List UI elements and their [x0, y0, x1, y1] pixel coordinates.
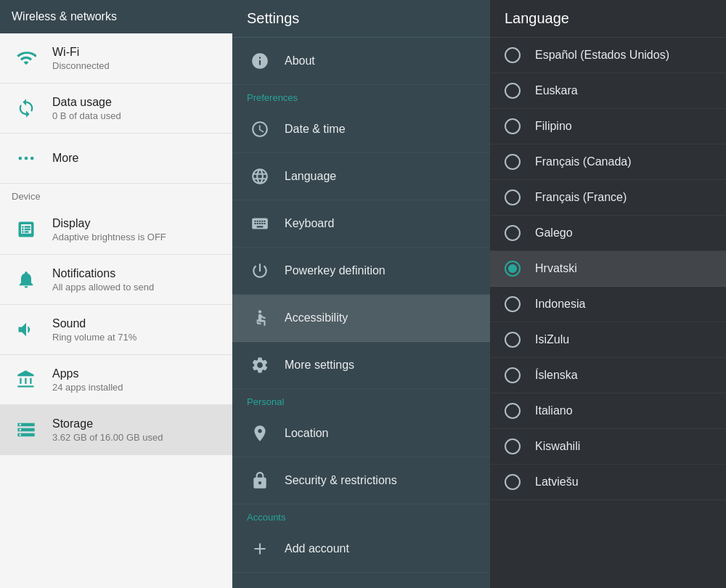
- settings-item-keyboard[interactable]: Keyboard: [232, 200, 490, 248]
- data-usage-icon: [12, 94, 41, 123]
- svg-point-2: [30, 157, 34, 160]
- svg-point-3: [258, 310, 261, 313]
- keyboard-icon: [247, 211, 273, 237]
- wifi-text: Wi-Fi Disconnected: [52, 46, 110, 71]
- info-icon: [247, 48, 273, 74]
- sidebar-item-storage[interactable]: Storage 3.62 GB of 16.00 GB used: [0, 405, 232, 455]
- svg-point-1: [25, 157, 28, 160]
- sidebar-item-more[interactable]: More: [0, 134, 232, 184]
- language-item[interactable]: Indonesia: [490, 287, 726, 322]
- location-label: Location: [285, 427, 329, 440]
- language-name: Español (Estados Unidos): [535, 49, 669, 62]
- security-label: Security & restrictions: [285, 474, 397, 487]
- preferences-section-label: Preferences: [232, 85, 490, 106]
- language-name: IsiZulu: [535, 333, 569, 346]
- radio-circle: [505, 154, 521, 170]
- data-usage-text: Data usage 0 B of data used: [52, 96, 121, 121]
- language-item[interactable]: Français (France): [490, 180, 726, 216]
- language-item[interactable]: Euskara: [490, 73, 726, 109]
- storage-title: Storage: [52, 417, 163, 430]
- globe-icon: [247, 163, 273, 189]
- language-item[interactable]: Íslenska: [490, 358, 726, 393]
- about-label: About: [285, 54, 315, 68]
- sidebar-item-notifications[interactable]: Notifications All apps allowed to send: [0, 255, 232, 305]
- language-name: Íslenska: [535, 369, 578, 382]
- powerkey-label: Powerkey definition: [285, 264, 386, 277]
- language-item[interactable]: Français (Canada): [490, 144, 726, 180]
- radio-circle: [505, 367, 521, 383]
- notifications-title: Notifications: [52, 267, 154, 280]
- middle-header: Settings: [232, 0, 490, 38]
- language-name: Kiswahili: [535, 440, 580, 453]
- radio-circle: [505, 296, 521, 312]
- clock-icon: [247, 116, 273, 142]
- apps-text: Apps 24 apps installed: [52, 367, 123, 393]
- sidebar-item-display[interactable]: Display Adaptive brightness is OFF: [0, 205, 232, 255]
- language-name: Indonesia: [535, 298, 585, 311]
- language-label: Language: [285, 170, 336, 183]
- radio-circle: [505, 261, 521, 277]
- settings-item-location[interactable]: Location: [232, 410, 490, 457]
- wifi-title: Wi-Fi: [52, 46, 110, 59]
- language-name: Euskara: [535, 84, 578, 97]
- language-item[interactable]: Galego: [490, 216, 726, 251]
- storage-subtitle: 3.62 GB of 16.00 GB used: [52, 432, 163, 443]
- radio-circle: [505, 83, 521, 99]
- language-item[interactable]: Kiswahili: [490, 429, 726, 465]
- sound-title: Sound: [52, 317, 136, 330]
- language-item[interactable]: Español (Estados Unidos): [490, 38, 726, 73]
- language-item[interactable]: Italiano: [490, 393, 726, 429]
- more-icon: [12, 144, 41, 173]
- sidebar-item-wifi[interactable]: Wi-Fi Disconnected: [0, 33, 232, 83]
- language-name: Filipino: [535, 120, 572, 133]
- apps-icon: [12, 365, 41, 394]
- left-panel: Wireless & networks Wi-Fi Disconnected D…: [0, 0, 232, 588]
- settings-item-powerkey[interactable]: Powerkey definition: [232, 248, 490, 295]
- right-panel: Language Español (Estados Unidos)Euskara…: [490, 0, 726, 588]
- personal-section-label: Personal: [232, 389, 490, 410]
- apps-title: Apps: [52, 367, 123, 380]
- display-subtitle: Adaptive brightness is OFF: [52, 232, 166, 242]
- gear-icon: [247, 352, 273, 378]
- settings-item-language[interactable]: Language: [232, 153, 490, 200]
- data-usage-title: Data usage: [52, 96, 121, 109]
- sidebar-item-sound[interactable]: Sound Ring volume at 71%: [0, 305, 232, 355]
- radio-circle: [505, 438, 521, 454]
- add-account-label: Add account: [285, 542, 349, 555]
- settings-item-about[interactable]: About: [232, 38, 490, 85]
- language-item[interactable]: Hrvatski: [490, 251, 726, 287]
- middle-panel: Settings About Preferences Date & time L…: [232, 0, 490, 588]
- data-usage-subtitle: 0 B of data used: [52, 110, 121, 121]
- radio-circle: [505, 47, 521, 63]
- settings-item-datetime[interactable]: Date & time: [232, 106, 490, 153]
- settings-item-accessibility[interactable]: Accessibility: [232, 295, 490, 342]
- settings-item-more-settings[interactable]: More settings: [232, 342, 490, 389]
- language-name: Italiano: [535, 404, 573, 417]
- sidebar-item-data-usage[interactable]: Data usage 0 B of data used: [0, 83, 232, 134]
- power-icon: [247, 258, 273, 284]
- notifications-subtitle: All apps allowed to send: [52, 282, 154, 293]
- lock-icon: [247, 467, 273, 494]
- radio-circle: [505, 225, 521, 241]
- language-item[interactable]: Latviešu: [490, 465, 726, 500]
- accessibility-icon: [247, 305, 273, 331]
- display-text: Display Adaptive brightness is OFF: [52, 217, 166, 242]
- sidebar-item-apps[interactable]: Apps 24 apps installed: [0, 355, 232, 405]
- datetime-label: Date & time: [285, 123, 346, 136]
- radio-circle: [505, 332, 521, 348]
- display-icon: [12, 215, 41, 244]
- language-item[interactable]: IsiZulu: [490, 322, 726, 358]
- language-name: Hrvatski: [535, 262, 577, 275]
- wifi-icon: [12, 44, 41, 73]
- svg-point-0: [19, 157, 23, 160]
- settings-item-security[interactable]: Security & restrictions: [232, 457, 490, 505]
- radio-circle: [505, 118, 521, 134]
- sound-icon: [12, 315, 41, 344]
- apps-subtitle: 24 apps installed: [52, 382, 123, 393]
- keyboard-label: Keyboard: [285, 217, 335, 230]
- settings-item-add-account[interactable]: Add account: [232, 526, 490, 573]
- device-section-label: Device: [0, 184, 232, 205]
- wifi-subtitle: Disconnected: [52, 60, 110, 71]
- radio-circle: [505, 403, 521, 419]
- language-item[interactable]: Filipino: [490, 109, 726, 144]
